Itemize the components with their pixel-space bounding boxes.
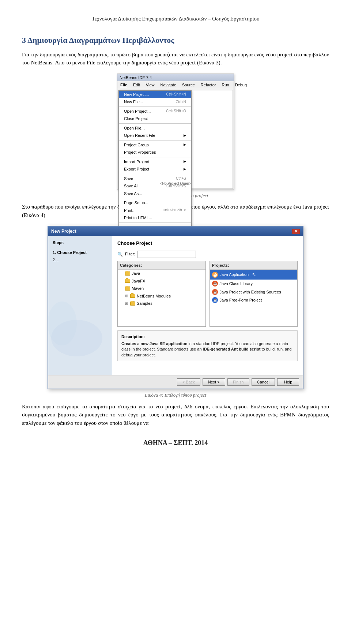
description-label: Description: — [121, 334, 294, 340]
menu-project-group[interactable]: Project Group ▶ — [119, 141, 191, 149]
menu-import-project[interactable]: Import Project ▶ — [119, 158, 191, 166]
search-icon: 🔍 — [117, 251, 123, 258]
nb-no-project-label: <No Project Open> — [160, 181, 191, 186]
np-filter-row: 🔍 Filter: — [117, 251, 298, 258]
sep3 — [119, 140, 191, 141]
step1: 1. Choose Project — [53, 249, 107, 257]
menu-open-project[interactable]: Open Project... Ctrl+Shift+O — [119, 108, 191, 115]
folder-icon-nbmodules — [130, 294, 135, 298]
projects-title: Projects: — [210, 261, 298, 270]
intro-text: Για την δημιουργία ενός διαγράμματος το … — [22, 50, 329, 67]
nb-menubar: File Edit View Navigate Source Refactor … — [117, 81, 234, 89]
figure3-container: NetBeans IDE 7.4 File Edit View Navigate… — [22, 74, 329, 199]
category-maven[interactable]: Maven — [118, 285, 205, 292]
np-right-panel: Choose Project 🔍 Filter: Categories: — [112, 236, 303, 375]
section-title: 3 Δημιουργία Διαγραμμάτων Περιβάλλοντος — [22, 34, 329, 46]
np-cancel-button[interactable]: Cancel — [252, 378, 275, 386]
java-lib-icon — [212, 281, 218, 287]
step2: 2. ... — [53, 256, 107, 264]
menu-new-file[interactable]: New File... Ctrl+N — [119, 98, 191, 106]
figure4-container: New Project ✕ Steps 1. Choose Project 2.… — [22, 226, 329, 399]
np-back-button[interactable]: < Back — [177, 378, 200, 386]
categories-title: Categories: — [118, 261, 205, 270]
menu-debug[interactable]: Debug — [234, 82, 248, 89]
folder-icon-samples — [130, 302, 135, 306]
sep2 — [119, 123, 191, 124]
menu-project-properties[interactable]: Project Properties — [119, 149, 191, 156]
java-app-icon — [212, 272, 218, 278]
filter-label: Filter: — [125, 251, 135, 257]
folder-icon-java — [125, 272, 130, 276]
nb-menu-body: New Project... Ctrl+Shift+N New File... … — [118, 90, 233, 189]
category-javafx[interactable]: JavaFX — [118, 277, 205, 285]
np-panels: Categories: Java JavaFX Ma — [117, 261, 298, 327]
menu-file[interactable]: File — [119, 82, 129, 89]
header-title: Τεχνολογία Διοίκησης Επιχειρησιακών Διαδ… — [92, 16, 260, 22]
menu-close-project[interactable]: Close Project — [119, 115, 191, 123]
project-java-existing-sources[interactable]: Java Project with Existing Sources — [210, 288, 298, 296]
menu-new-project[interactable]: New Project... Ctrl+Shift+N — [119, 91, 191, 98]
np-steps-panel: Steps 1. Choose Project 2. ... — [48, 236, 112, 375]
cursor-arrow: ↖ — [252, 271, 256, 278]
sep6 — [119, 198, 191, 198]
nb-titlebar: NetBeans IDE 7.4 — [117, 74, 234, 82]
folder-icon-javafx — [125, 279, 130, 283]
java-freeform-icon — [212, 297, 218, 303]
menu-edit[interactable]: Edit — [132, 82, 141, 89]
np-dialog[interactable]: New Project ✕ Steps 1. Choose Project 2.… — [48, 226, 303, 389]
np-next-button[interactable]: Next > — [203, 378, 225, 386]
np-content: Steps 1. Choose Project 2. ... Choose Pr… — [48, 236, 303, 375]
np-title-text: New Project — [51, 228, 76, 235]
sep1 — [119, 106, 191, 107]
projects-panel: Projects: Java Application ↖ Java Class … — [210, 261, 298, 327]
sep5 — [119, 174, 191, 174]
np-right-title: Choose Project — [117, 240, 298, 247]
after-text: Κατόπιν αφού εισάγουμε τα απαραίτητα στο… — [22, 402, 329, 427]
category-java[interactable]: Java — [118, 270, 205, 277]
sep4 — [119, 157, 191, 157]
project-java-class-library[interactable]: Java Class Library — [210, 280, 298, 288]
menu-page-setup[interactable]: Page Setup... — [119, 199, 191, 207]
menu-open-recent[interactable]: Open Recent File ▶ — [119, 132, 191, 139]
java-existing-icon — [212, 289, 218, 295]
menu-print[interactable]: Print... Ctrl+Alt+Shift+P — [119, 207, 191, 214]
folder-icon-maven — [125, 287, 130, 291]
nb-file-dropdown: New Project... Ctrl+Shift+N New File... … — [118, 90, 192, 232]
np-titlebar: New Project ✕ — [48, 226, 303, 236]
steps-label: Steps — [53, 240, 107, 246]
menu-save-as[interactable]: Save As... — [119, 190, 191, 198]
nb-app-title: NetBeans IDE 7.4 — [120, 75, 152, 81]
menu-navigate[interactable]: Navigate — [159, 82, 178, 89]
categories-panel: Categories: Java JavaFX Ma — [117, 261, 206, 327]
nb-menu-screenshot: NetBeans IDE 7.4 File Edit View Navigate… — [117, 74, 234, 190]
np-finish-button[interactable]: Finish — [227, 378, 249, 386]
np-buttons-bar: < Back Next > Finish Cancel Help — [48, 375, 303, 389]
project-java-application[interactable]: Java Application ↖ — [210, 270, 298, 280]
menu-open-file[interactable]: Open File... — [119, 124, 191, 132]
category-samples[interactable]: ⊞ Samples — [118, 300, 205, 307]
np-description-box: Description: Creates a new Java SE appli… — [117, 330, 298, 362]
figure4-caption: Εικόνα 4: Επιλογή τύπου project — [145, 392, 206, 399]
project-java-free-form[interactable]: Java Free-Form Project — [210, 296, 298, 304]
menu-print-html[interactable]: Print to HTML... — [119, 214, 191, 222]
np-close-button[interactable]: ✕ — [292, 229, 300, 234]
page-header: Τεχνολογία Διοίκησης Επιχειρησιακών Διαδ… — [22, 15, 329, 23]
description-text: Creates a new Java SE application in a s… — [121, 341, 294, 358]
filter-input[interactable] — [137, 251, 196, 258]
menu-refactor[interactable]: Refactor — [199, 82, 218, 89]
category-netbeans-modules[interactable]: ⊞ NetBeans Modules — [118, 292, 205, 300]
menu-view[interactable]: View — [144, 82, 156, 89]
np-help-button[interactable]: Help — [277, 378, 299, 386]
menu-source[interactable]: Source — [181, 82, 196, 89]
np-dialog-wrapper: New Project ✕ Steps 1. Choose Project 2.… — [48, 226, 303, 389]
sep7 — [119, 222, 191, 223]
menu-run[interactable]: Run — [220, 82, 230, 89]
menu-export-project[interactable]: Export Project ▶ — [119, 165, 191, 173]
footer-text: ΑΘΗΝΑ – ΣΕΠΤ. 2014 — [22, 438, 329, 448]
